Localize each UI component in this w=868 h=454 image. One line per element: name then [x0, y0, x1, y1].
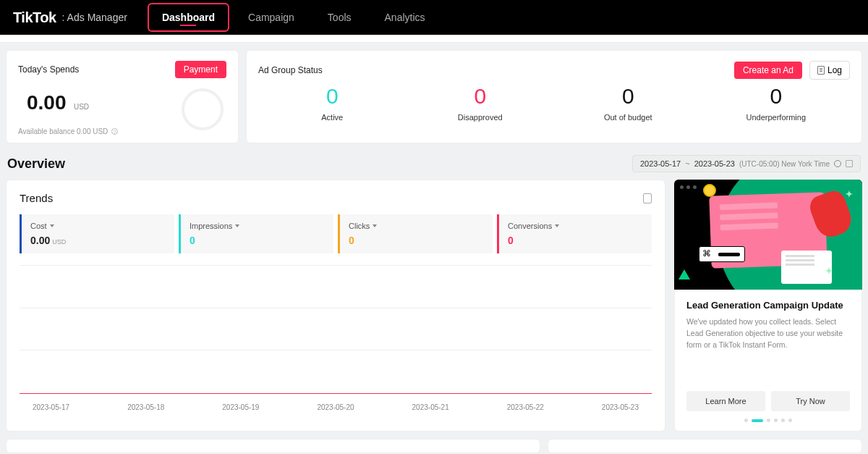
promo-pager[interactable]	[686, 419, 850, 422]
x-tick: 2023-05-22	[507, 403, 544, 411]
brand-subtitle: : Ads Manager	[62, 12, 127, 23]
metric-cost-value: 0.00	[30, 235, 50, 246]
status-active-label: Active	[258, 113, 407, 122]
status-under-value: 0	[702, 84, 851, 109]
calendar-icon	[846, 160, 853, 167]
metric-clicks[interactable]: Clicks 0	[338, 214, 493, 253]
log-icon	[817, 66, 825, 75]
status-budget-value: 0	[554, 84, 702, 109]
date-end: 2023-05-23	[694, 159, 735, 168]
stub-card-left	[6, 439, 540, 453]
metric-cost-ccy: USD	[52, 238, 66, 245]
overview-title: Overview	[7, 156, 65, 172]
nav-tabs: Dashboard Campaign Tools Analytics	[148, 3, 440, 32]
status-disapproved-value: 0	[407, 84, 555, 109]
date-start: 2023-05-17	[640, 159, 681, 168]
promo-illustration: ✦ ✦	[674, 180, 862, 290]
metric-conversions-label: Conversions	[508, 222, 552, 230]
learn-more-button[interactable]: Learn More	[686, 391, 765, 411]
x-tick: 2023-05-17	[33, 403, 69, 411]
promo-title: Lead Generation Campaign Update	[686, 300, 850, 311]
log-label: Log	[827, 65, 842, 75]
create-ad-button[interactable]: Create an Ad	[734, 62, 802, 79]
chart-x-axis: 2023-05-17 2023-05-18 2023-05-19 2023-05…	[20, 403, 652, 411]
spend-amount: 0.00	[27, 91, 67, 114]
spend-currency: USD	[74, 103, 89, 111]
stub-card-right	[548, 439, 862, 453]
status-active-value: 0	[258, 84, 407, 109]
status-active[interactable]: 0 Active	[258, 84, 407, 122]
trends-chart: 2023-05-17 2023-05-18 2023-05-19 2023-05…	[20, 259, 652, 411]
status-out-of-budget[interactable]: 0 Out of budget	[554, 84, 702, 122]
metric-conversions-value: 0	[508, 235, 643, 246]
try-now-button[interactable]: Try Now	[771, 391, 850, 411]
sub-bar	[0, 35, 868, 43]
x-tick: 2023-05-19	[222, 403, 259, 411]
chevron-down-icon	[235, 224, 239, 227]
metric-impressions-label: Impressions	[190, 222, 232, 230]
metric-impressions[interactable]: Impressions 0	[179, 214, 333, 253]
tab-dashboard[interactable]: Dashboard	[148, 3, 229, 32]
status-budget-label: Out of budget	[554, 113, 702, 122]
info-icon[interactable]: ?	[111, 128, 118, 135]
metric-clicks-value: 0	[349, 235, 484, 246]
spend-title: Today's Spends	[18, 64, 79, 75]
spend-ring-chart	[182, 88, 224, 130]
x-tick: 2023-05-18	[127, 403, 164, 411]
metric-clicks-label: Clicks	[349, 222, 370, 230]
globe-icon	[834, 160, 841, 167]
tab-analytics[interactable]: Analytics	[370, 3, 440, 32]
date-range-picker[interactable]: 2023-05-17 ~ 2023-05-23 (UTC-05:00) New …	[632, 155, 861, 172]
payment-button[interactable]: Payment	[175, 61, 226, 78]
chevron-down-icon	[555, 224, 559, 227]
log-button[interactable]: Log	[809, 61, 850, 80]
status-under-label: Underperforming	[702, 113, 851, 122]
chart-baseline	[20, 393, 652, 394]
promo-card: ✦ ✦ Lead Generation Campaign Update We'v…	[674, 180, 862, 432]
brand-logo: TikTok	[13, 9, 56, 26]
chevron-down-icon	[373, 224, 377, 227]
x-tick: 2023-05-21	[412, 403, 449, 411]
x-tick: 2023-05-23	[602, 403, 639, 411]
ad-group-status-card: Ad Group Status Create an Ad Log 0 Activ…	[246, 50, 862, 143]
x-tick: 2023-05-20	[317, 403, 354, 411]
metric-cost-label: Cost	[30, 222, 47, 230]
status-underperforming[interactable]: 0 Underperforming	[702, 84, 851, 122]
tab-campaign[interactable]: Campaign	[234, 3, 309, 32]
metric-conversions[interactable]: Conversions 0	[497, 214, 652, 253]
status-title: Ad Group Status	[258, 65, 323, 75]
trends-title: Trends	[20, 192, 53, 204]
trends-card: Trends Cost 0.00USD Impressions 0 Clicks…	[6, 180, 665, 432]
top-nav: TikTok : Ads Manager Dashboard Campaign …	[0, 0, 868, 35]
export-icon[interactable]	[643, 193, 652, 203]
promo-text: We've updated how you collect leads. Sel…	[686, 316, 850, 384]
tab-tools[interactable]: Tools	[313, 3, 366, 32]
chevron-down-icon	[50, 224, 54, 227]
timezone-label: (UTC-05:00) New York Time	[739, 160, 830, 168]
spend-card: Today's Spends Payment 0.00 USD Availabl…	[6, 50, 239, 143]
status-disapproved[interactable]: 0 Disapproved	[407, 84, 555, 122]
date-separator: ~	[685, 159, 689, 168]
metric-impressions-value: 0	[190, 235, 325, 246]
metric-cost[interactable]: Cost 0.00USD	[20, 214, 174, 253]
status-disapproved-label: Disapproved	[407, 113, 555, 122]
